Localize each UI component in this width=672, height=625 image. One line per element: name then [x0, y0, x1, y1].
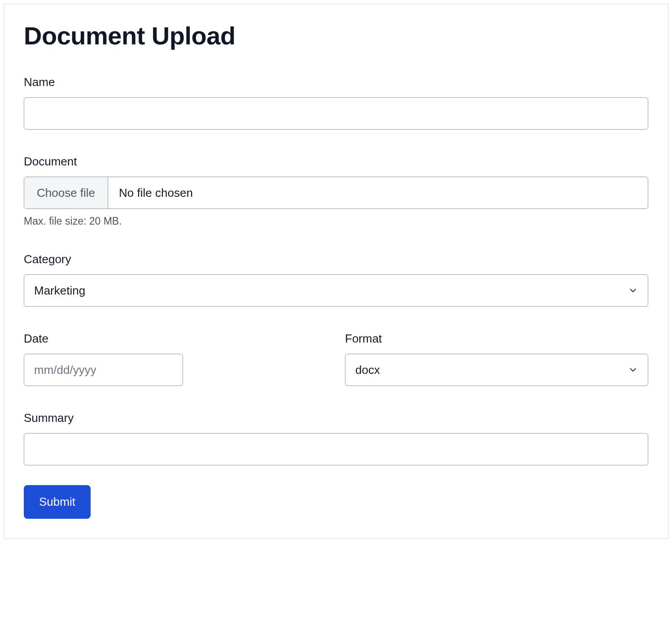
date-label: Date [24, 332, 327, 346]
choose-file-button[interactable]: Choose file [24, 177, 108, 208]
name-input[interactable] [24, 97, 648, 130]
format-select[interactable]: docx [345, 354, 648, 386]
category-label: Category [24, 252, 648, 266]
document-field-group: Document Choose file No file chosen Max.… [24, 155, 648, 227]
format-label: Format [345, 332, 648, 346]
date-format-row: Date mm/dd/yyyy Format docx [24, 332, 648, 386]
submit-button[interactable]: Submit [24, 485, 91, 519]
summary-field-group: Summary [24, 411, 648, 465]
file-help-text: Max. file size: 20 MB. [24, 215, 648, 227]
date-input[interactable]: mm/dd/yyyy [24, 354, 183, 386]
chevron-down-icon [628, 286, 638, 295]
chevron-down-icon [628, 365, 638, 375]
summary-input[interactable] [24, 433, 648, 465]
summary-label: Summary [24, 411, 648, 425]
file-input-wrapper: Choose file No file chosen [24, 177, 648, 209]
name-label: Name [24, 75, 648, 89]
category-value: Marketing [34, 284, 628, 298]
date-placeholder: mm/dd/yyyy [34, 363, 96, 377]
document-label: Document [24, 155, 648, 169]
file-status-text: No file chosen [108, 177, 648, 208]
name-field-group: Name [24, 75, 648, 130]
page-title: Document Upload [24, 21, 648, 50]
format-field-group: Format docx [345, 332, 648, 386]
date-field-group: Date mm/dd/yyyy [24, 332, 327, 386]
format-value: docx [355, 363, 628, 377]
category-field-group: Category Marketing [24, 252, 648, 307]
form-container: Document Upload Name Document Choose fil… [4, 4, 668, 539]
category-select[interactable]: Marketing [24, 274, 648, 307]
